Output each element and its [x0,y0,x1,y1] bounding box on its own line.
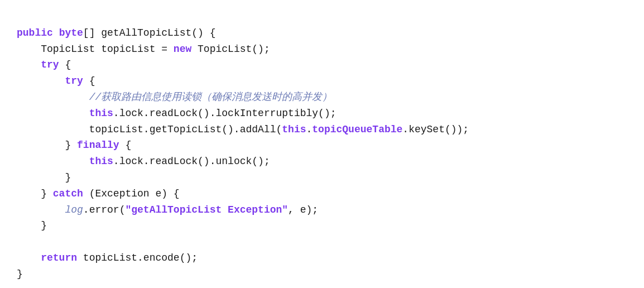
line-12: log.error("getAllTopicList Exception", e… [17,204,318,215]
line-7: topicList.getTopicList().addAll(this.top… [17,124,469,135]
code-editor: public byte[] getAllTopicList() { TopicL… [17,9,627,282]
line-3: try { [17,59,71,70]
line-5: //获取路由信息使用读锁（确保消息发送时的高并发） [17,92,332,103]
line-4: try { [17,75,95,87]
line-6: this.lock.readLock().lockInterruptibly()… [17,108,337,119]
line-2: TopicList topicList = new TopicList(); [17,44,270,55]
line-10: } [17,172,71,183]
line-8: } finally { [17,140,131,151]
line-9: this.lock.readLock().unlock(); [17,156,270,167]
line-11: } catch (Exception e) { [17,188,180,199]
line-13: } [17,220,47,231]
line-16: } [17,268,23,280]
line-1: public byte[] getAllTopicList() { [17,27,215,39]
line-15: return topicList.encode(); [17,252,198,263]
